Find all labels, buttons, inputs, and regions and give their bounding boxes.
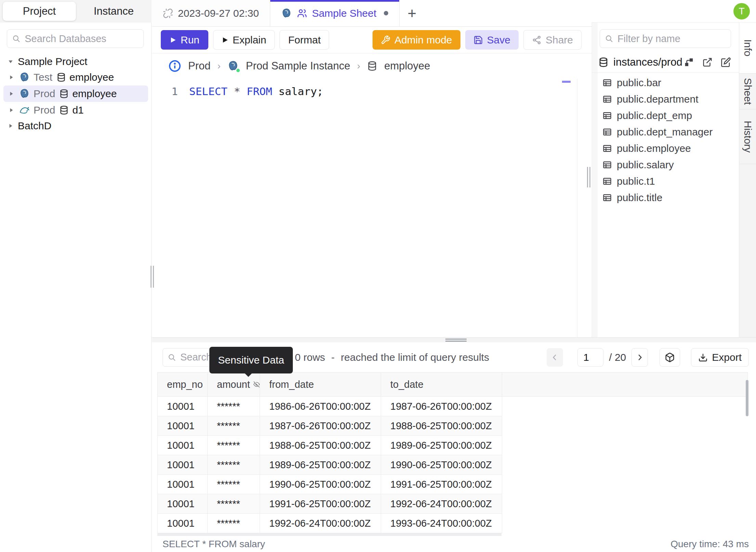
top-right-strip: T (592, 0, 756, 23)
environment-label: Prod (34, 104, 55, 116)
table-list-item[interactable]: public.bar (592, 75, 739, 91)
database-label: employee (72, 88, 117, 100)
sidebar-resize-handle[interactable] (151, 266, 154, 288)
query-results-panel: 0 rows - reached the limit of query resu… (152, 342, 756, 536)
eye-off-icon (253, 380, 260, 389)
panel-resize-handle[interactable] (587, 167, 590, 187)
database-icon (598, 57, 609, 67)
table-filter-input[interactable] (617, 33, 726, 44)
tree-item-prod-d1[interactable]: Prod d1 (3, 102, 148, 118)
schema-panel: instances/prod public.bar public.departm… (592, 23, 739, 337)
table-row[interactable]: 10001******1988-06-25T00:00:00Z1989-06-2… (158, 436, 748, 455)
connection-breadcrumb: Prod › Prod Sample Instance › employee (152, 53, 592, 79)
table-row[interactable]: 10001******1992-06-24T00:00:00Z1993-06-2… (158, 514, 748, 533)
new-tab-button[interactable]: + (400, 0, 424, 26)
next-page-button[interactable] (631, 348, 648, 367)
tree-item-prod-employee[interactable]: Prod employee (3, 86, 148, 102)
tree-item-test-employee[interactable]: Test employee (3, 69, 148, 86)
column-header-emp-no[interactable]: emp_no (158, 372, 208, 397)
result-limit-button[interactable] (660, 348, 680, 367)
results-vertical-scrollbar[interactable] (746, 380, 748, 416)
page-number-input[interactable] (577, 348, 603, 367)
search-icon (168, 353, 176, 362)
table-row[interactable]: 10001******1990-06-25T00:00:00Z1991-06-2… (158, 475, 748, 494)
explain-button[interactable]: Explain (213, 30, 275, 50)
query-time: Query time: 43 ms (670, 539, 749, 550)
database-search-input[interactable] (25, 33, 139, 44)
breadcrumb-database[interactable]: employee (384, 60, 430, 72)
results-resize-divider[interactable] (152, 337, 756, 342)
table-list-item[interactable]: public.dept_emp (592, 107, 739, 124)
table-row[interactable]: 10001******1989-06-25T00:00:00Z1990-06-2… (158, 455, 748, 475)
external-link-icon[interactable] (702, 57, 713, 67)
breadcrumb-instance[interactable]: Prod Sample Instance (246, 60, 350, 72)
results-horizontal-scrollbar[interactable] (157, 533, 501, 536)
save-icon (473, 35, 483, 45)
table-list-item[interactable]: public.title (592, 189, 739, 206)
column-header-to-date[interactable]: to_date (381, 372, 502, 397)
tab-instance[interactable]: Instance (76, 5, 152, 17)
executed-statement: SELECT * FROM salary (162, 539, 265, 550)
share-icon (532, 35, 542, 45)
tab-adhoc-sheet[interactable]: 2023-09-27 02:30 (152, 0, 270, 26)
postgres-icon (281, 8, 292, 19)
tab-sample-sheet[interactable]: Sample Sheet (270, 0, 400, 26)
chevron-right-icon (635, 353, 644, 362)
database-search[interactable] (7, 29, 144, 48)
table-row[interactable]: 10001******1986-06-26T00:00:00Z1987-06-2… (158, 397, 748, 416)
pagination: / 20 Export (547, 348, 749, 367)
postgres-icon (19, 72, 30, 83)
side-tab-info[interactable]: Info (739, 23, 756, 74)
row-count: 0 rows (295, 352, 325, 363)
admin-mode-button[interactable]: Admin mode (373, 30, 460, 50)
tab-label: 2023-09-27 02:30 (178, 8, 259, 19)
divider-handle[interactable] (445, 339, 467, 342)
shared-users-icon (297, 8, 307, 18)
table-row[interactable]: 10001******1991-06-25T00:00:00Z1992-06-2… (158, 494, 748, 514)
share-button[interactable]: Share (523, 30, 582, 50)
table-icon (602, 78, 612, 88)
instance-status-dot (235, 68, 241, 73)
caret-right-icon[interactable] (8, 107, 14, 113)
prev-page-button[interactable] (547, 348, 563, 367)
table-list-item[interactable]: public.department (592, 91, 739, 107)
caret-right-icon[interactable] (8, 74, 14, 80)
export-button[interactable]: Export (691, 348, 749, 367)
table-list-item[interactable]: public.employee (592, 140, 739, 157)
avatar[interactable]: T (733, 3, 750, 19)
save-button[interactable]: Save (465, 30, 519, 50)
tree-group-batchd[interactable]: BatchD (0, 118, 152, 133)
schema-diagram-icon[interactable] (684, 57, 694, 67)
format-button[interactable]: Format (279, 30, 329, 50)
run-button[interactable]: Run (161, 30, 208, 50)
overview-ruler-marker (562, 81, 571, 83)
table-row[interactable]: 10001******1987-06-26T00:00:00Z1988-06-2… (158, 416, 748, 436)
play-icon (222, 37, 229, 43)
postgres-icon (19, 88, 30, 99)
environment-label: Test (34, 71, 52, 83)
caret-right-icon[interactable] (8, 91, 14, 97)
table-list-item[interactable]: public.salary (592, 157, 739, 173)
tab-project[interactable]: Project (3, 2, 76, 21)
caret-right-icon (8, 123, 14, 129)
results-summary: 0 rows - reached the limit of query resu… (295, 352, 489, 363)
side-tab-history[interactable]: History (739, 109, 756, 164)
editor-toolbar: Run Explain Format Admin mode Save Share (152, 27, 592, 53)
breadcrumb-environment[interactable]: Prod (188, 60, 210, 72)
table-list-item[interactable]: public.dept_manager (592, 124, 739, 140)
table-list-item[interactable]: public.t1 (592, 173, 739, 189)
line-number: 1 (152, 84, 178, 98)
environment-label: Prod (34, 88, 55, 100)
table-filter[interactable] (600, 29, 731, 48)
table-list: public.bar public.department public.dept… (592, 75, 739, 206)
connection-row: instances/prod (598, 54, 731, 70)
chevron-right-icon: › (357, 61, 360, 71)
edit-icon[interactable] (721, 57, 731, 67)
info-icon[interactable] (168, 60, 181, 73)
column-header-from-date[interactable]: from_date (260, 372, 381, 397)
sql-editor[interactable]: 1 SELECT * FROM salary; (152, 79, 592, 337)
tree-group-sample-project[interactable]: Sample Project (0, 54, 152, 69)
database-icon (59, 89, 69, 98)
side-tab-sheet[interactable]: Sheet (739, 74, 756, 109)
chevron-right-icon: › (217, 61, 220, 71)
